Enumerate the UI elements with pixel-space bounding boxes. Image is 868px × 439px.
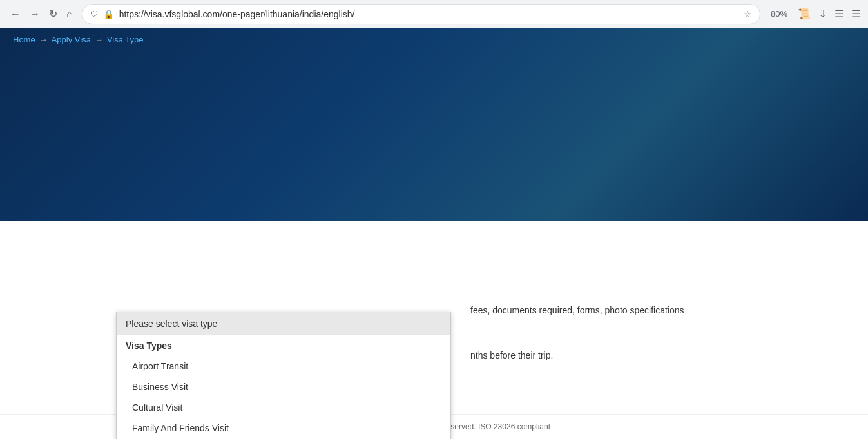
breadcrumb-visa-type[interactable]: Visa Type [107, 35, 144, 44]
synced-tabs-icon[interactable]: ☰ [834, 8, 844, 20]
url-input[interactable] [119, 9, 738, 19]
lock-icon: 🔒 [103, 9, 114, 19]
info-text-2: nths before their trip. [470, 350, 842, 360]
back-button[interactable]: ← [8, 6, 23, 23]
info-text-1: fees, documents required, forms, photo s… [470, 305, 842, 315]
breadcrumb-home[interactable]: Home [13, 35, 35, 44]
breadcrumb-sep2: → [95, 35, 103, 44]
option-business-visit[interactable]: Business Visit [117, 377, 450, 397]
bookmark-icon[interactable]: ☆ [744, 9, 752, 19]
option-family-friends[interactable]: Family And Friends Visit [117, 418, 450, 438]
dropdown-group-label: Visa Types [117, 335, 450, 356]
breadcrumb-sep1: → [39, 35, 48, 44]
pocket-icon[interactable]: 📜 [798, 8, 811, 20]
option-airport-transit[interactable]: Airport Transit [117, 356, 450, 377]
breadcrumb: Home → Apply Visa → Visa Type [0, 28, 157, 51]
menu-icon[interactable]: ☰ [851, 8, 860, 20]
forward-button[interactable]: → [27, 6, 43, 23]
breadcrumb-apply-visa[interactable]: Apply Visa [52, 35, 91, 44]
dropdown-section: Please select visa type Visa Types Airpo… [116, 312, 451, 439]
reload-button[interactable]: ↻ [46, 5, 60, 23]
content-area: fees, documents required, forms, photo s… [0, 221, 868, 439]
page-wrapper: Home → Apply Visa → Visa Type fees, docu… [0, 28, 868, 439]
dropdown-placeholder-item: Please select visa type [117, 312, 450, 335]
download-icon[interactable]: ⇓ [818, 8, 827, 20]
dropdown-container: Please select visa type Visa Types Airpo… [116, 312, 451, 439]
option-cultural-visit[interactable]: Cultural Visit [117, 397, 450, 418]
dropdown-list: Please select visa type Visa Types Airpo… [116, 312, 451, 439]
nav-buttons: ← → ↻ ⌂ [8, 5, 75, 23]
security-icon: 🛡 [90, 10, 98, 19]
address-bar: 🛡 🔒 ☆ [82, 4, 760, 24]
zoom-level: 80% [767, 9, 791, 19]
browser-chrome: ← → ↻ ⌂ 🛡 🔒 ☆ 80% 📜 ⇓ ☰ ☰ [0, 0, 868, 28]
browser-actions: 📜 ⇓ ☰ ☰ [798, 8, 860, 20]
home-button[interactable]: ⌂ [64, 6, 75, 23]
hero-background: Home → Apply Visa → Visa Type [0, 28, 868, 221]
